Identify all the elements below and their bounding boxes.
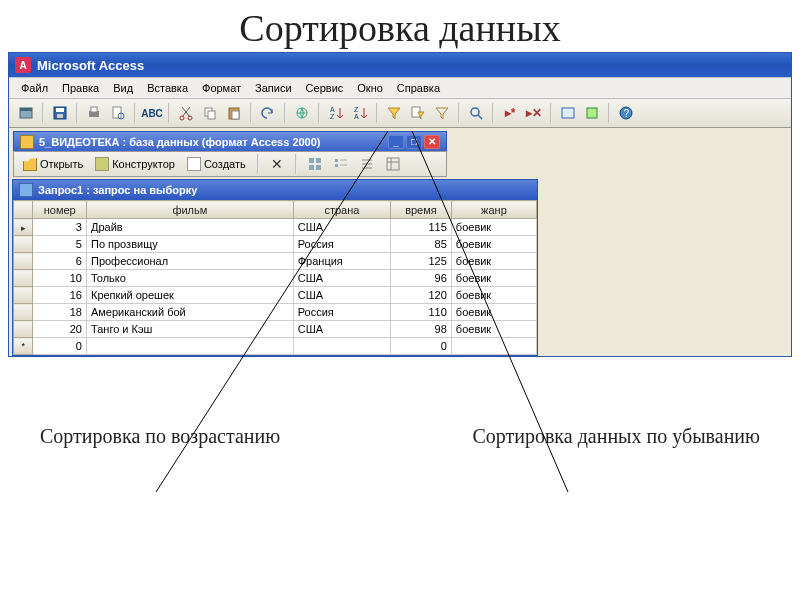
delete-record-button[interactable]: ▸✕ (523, 102, 545, 124)
row-selector[interactable] (14, 236, 33, 253)
cell-country[interactable]: США (293, 219, 390, 236)
cell-time[interactable]: 115 (391, 219, 452, 236)
row-selector[interactable] (14, 304, 33, 321)
menu-window[interactable]: Окно (351, 80, 389, 96)
table-row[interactable]: 16 Крепкий орешек США 120 боевик (14, 287, 537, 304)
spelling-button[interactable]: ABC (141, 102, 163, 124)
cell-film[interactable]: Крепкий орешек (86, 287, 293, 304)
list-button[interactable] (356, 153, 378, 175)
view-button[interactable] (15, 102, 37, 124)
sort-ascending-button[interactable]: AZ (325, 102, 347, 124)
cell-film[interactable]: Профессионал (86, 253, 293, 270)
select-all-cell[interactable] (14, 201, 33, 219)
undo-button[interactable] (257, 102, 279, 124)
cell-country[interactable]: Россия (293, 304, 390, 321)
cell-time[interactable]: 85 (391, 236, 452, 253)
save-button[interactable] (49, 102, 71, 124)
menu-format[interactable]: Формат (196, 80, 247, 96)
cell-film[interactable] (86, 338, 293, 355)
menu-file[interactable]: Файл (15, 80, 54, 96)
cell-country[interactable]: США (293, 287, 390, 304)
cell-genre[interactable]: боевик (451, 236, 536, 253)
menu-view[interactable]: Вид (107, 80, 139, 96)
cell-time[interactable]: 96 (391, 270, 452, 287)
cut-button[interactable] (175, 102, 197, 124)
menu-help[interactable]: Справка (391, 80, 446, 96)
delete-button[interactable]: ✕ (266, 153, 288, 175)
column-header-film[interactable]: фильм (86, 201, 293, 219)
help-button[interactable]: ? (615, 102, 637, 124)
column-header-time[interactable]: время (391, 201, 452, 219)
cell-number[interactable]: 3 (33, 219, 87, 236)
large-icons-button[interactable] (304, 153, 326, 175)
cell-genre[interactable]: боевик (451, 321, 536, 338)
table-row[interactable]: 20 Танго и Кэш США 98 боевик (14, 321, 537, 338)
row-selector[interactable] (14, 287, 33, 304)
column-header-genre[interactable]: жанр (451, 201, 536, 219)
cell-number[interactable]: 0 (33, 338, 87, 355)
small-icons-button[interactable] (330, 153, 352, 175)
cell-country[interactable] (293, 338, 390, 355)
new-record-row[interactable]: * 0 0 (14, 338, 537, 355)
table-row[interactable]: 18 Американский бой Россия 110 боевик (14, 304, 537, 321)
apply-filter-button[interactable] (431, 102, 453, 124)
cell-number[interactable]: 16 (33, 287, 87, 304)
column-header-country[interactable]: страна (293, 201, 390, 219)
filter-selection-button[interactable] (383, 102, 405, 124)
cell-country[interactable]: США (293, 270, 390, 287)
cell-genre[interactable]: боевик (451, 253, 536, 270)
hyperlink-button[interactable] (291, 102, 313, 124)
table-row[interactable]: 5 По прозвищу Россия 85 боевик (14, 236, 537, 253)
cell-genre[interactable]: боевик (451, 287, 536, 304)
cell-time[interactable]: 120 (391, 287, 452, 304)
cell-number[interactable]: 10 (33, 270, 87, 287)
row-selector[interactable] (14, 219, 33, 236)
cell-number[interactable]: 18 (33, 304, 87, 321)
cell-country[interactable]: США (293, 321, 390, 338)
design-button[interactable]: Конструктор (91, 155, 179, 173)
row-selector[interactable] (14, 321, 33, 338)
menu-insert[interactable]: Вставка (141, 80, 194, 96)
cell-number[interactable]: 6 (33, 253, 87, 270)
menu-records[interactable]: Записи (249, 80, 298, 96)
row-selector[interactable] (14, 270, 33, 287)
new-button[interactable]: Создать (183, 155, 250, 173)
maximize-button[interactable]: □ (406, 135, 422, 149)
table-row[interactable]: 10 Только США 96 боевик (14, 270, 537, 287)
print-button[interactable] (83, 102, 105, 124)
menu-tools[interactable]: Сервис (300, 80, 350, 96)
cell-country[interactable]: Франция (293, 253, 390, 270)
cell-film[interactable]: Американский бой (86, 304, 293, 321)
print-preview-button[interactable] (107, 102, 129, 124)
column-header-number[interactable]: номер (33, 201, 87, 219)
cell-time[interactable]: 125 (391, 253, 452, 270)
cell-number[interactable]: 20 (33, 321, 87, 338)
row-selector[interactable]: * (14, 338, 33, 355)
menu-edit[interactable]: Правка (56, 80, 105, 96)
table-row[interactable]: 6 Профессионал Франция 125 боевик (14, 253, 537, 270)
cell-genre[interactable]: боевик (451, 270, 536, 287)
cell-number[interactable]: 5 (33, 236, 87, 253)
filter-form-button[interactable] (407, 102, 429, 124)
cell-time[interactable]: 0 (391, 338, 452, 355)
minimize-button[interactable]: _ (388, 135, 404, 149)
new-object-button[interactable] (581, 102, 603, 124)
sort-descending-button[interactable]: ZA (349, 102, 371, 124)
find-button[interactable] (465, 102, 487, 124)
row-selector[interactable] (14, 253, 33, 270)
cell-genre[interactable]: боевик (451, 304, 536, 321)
cell-time[interactable]: 98 (391, 321, 452, 338)
datasheet-table[interactable]: номер фильм страна время жанр 3 Драйв СШ… (13, 200, 537, 355)
cell-genre[interactable]: боевик (451, 219, 536, 236)
close-button[interactable]: ✕ (424, 135, 440, 149)
open-button[interactable]: Открыть (19, 155, 87, 173)
cell-film[interactable]: Драйв (86, 219, 293, 236)
cell-country[interactable]: Россия (293, 236, 390, 253)
cell-film[interactable]: Только (86, 270, 293, 287)
details-button[interactable] (382, 153, 404, 175)
paste-button[interactable] (223, 102, 245, 124)
db-window-button[interactable] (557, 102, 579, 124)
cell-genre[interactable] (451, 338, 536, 355)
cell-film[interactable]: По прозвищу (86, 236, 293, 253)
cell-film[interactable]: Танго и Кэш (86, 321, 293, 338)
